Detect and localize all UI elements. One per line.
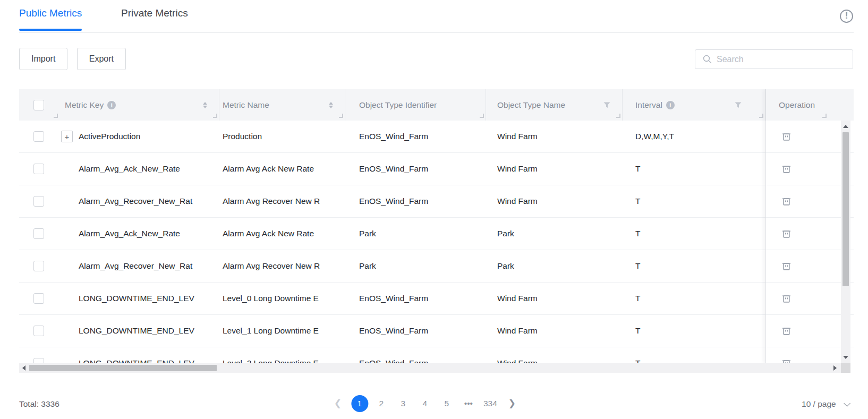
page-size-label: 10 / page [802,399,836,408]
scroll-up-arrow-icon[interactable] [843,125,848,128]
column-resize-handle[interactable] [480,114,484,118]
page-button[interactable]: 5 [438,395,455,412]
interval-value: T [635,261,640,271]
object-type-identifier: EnOS_Wind_Farm [359,326,428,336]
operation-column: Operation [765,89,841,363]
interval-value: T [635,229,640,238]
interval-value: T [635,196,640,206]
export-button[interactable]: Export [77,48,126,70]
object-type-name: Park [497,229,514,238]
delete-icon[interactable] [781,229,792,239]
filter-icon[interactable] [603,102,610,108]
page-button[interactable]: 334 [482,395,499,412]
column-resize-handle[interactable] [822,114,827,118]
delete-icon[interactable] [781,326,792,336]
header-cell-operation: Operation [766,89,841,121]
table-row: LONG_DOWNTIME_END_LEV Level_0 Long Downt… [19,283,854,315]
metric-name: Alarm Avg Ack New Rate [223,164,314,174]
operation-cell [766,315,841,347]
row-checkbox[interactable] [33,261,44,271]
page-button[interactable]: 2 [373,395,390,412]
header-cell-metric-key[interactable]: Metric Key i [59,89,219,121]
column-resize-handle[interactable] [759,114,763,118]
pagination: ❮ 1 2 3 4 5 ••• 334 ❯ [329,395,521,412]
horizontal-scrollbar-thumb[interactable] [29,365,217,371]
tab-private-metrics[interactable]: Private Metrics [121,7,188,19]
header-cell-metric-name[interactable]: Metric Name [219,89,345,121]
table-row: Alarm_Avg_Ack_New_Rate Alarm Avg Ack New… [19,218,854,250]
scroll-down-arrow-icon[interactable] [843,356,848,359]
header-cell-interval[interactable]: Interval i [623,89,765,121]
pagination-ellipsis[interactable]: ••• [460,395,477,412]
exclamation-circle-icon[interactable]: ! [840,10,853,23]
interval-value: T [635,294,640,303]
row-checkbox[interactable] [33,326,44,336]
search-input[interactable] [717,55,853,64]
object-type-name: Wind Farm [497,294,538,303]
metric-name: Level_1 Long Downtime E [223,326,319,336]
delete-icon[interactable] [781,132,792,142]
sort-icon[interactable] [203,102,207,108]
metric-name-header-label: Metric Name [223,100,269,110]
vertical-scrollbar-thumb[interactable] [843,132,849,286]
table-row: Alarm_Avg_Recover_New_Rat Alarm Avg Reco… [19,185,854,218]
import-button[interactable]: Import [19,48,67,70]
row-checkbox[interactable] [33,293,44,304]
row-checkbox[interactable] [33,228,44,239]
operation-cell [766,121,841,153]
row-checkbox[interactable] [33,196,44,207]
sort-icon[interactable] [329,102,333,108]
tabs-divider [19,32,854,33]
search-box[interactable] [695,49,853,69]
delete-icon[interactable] [781,261,792,271]
metric-name: Production [223,132,262,141]
vertical-scrollbar[interactable] [841,121,850,363]
operation-cells [766,121,841,373]
object-type-identifier: EnOS_Wind_Farm [359,196,428,206]
scroll-right-arrow-icon[interactable] [833,365,837,371]
next-page-icon[interactable]: ❯ [504,395,521,412]
delete-icon[interactable] [781,294,792,304]
operation-cell [766,250,841,283]
column-resize-handle[interactable] [54,114,58,118]
header-cell-object-type-name[interactable]: Object Type Name [486,89,623,121]
delete-icon[interactable] [781,164,792,174]
filter-icon[interactable] [735,102,742,108]
expand-row-icon[interactable]: + [61,131,73,142]
metric-name: Alarm Avg Ack New Rate [223,229,314,238]
operation-cell [766,153,841,185]
operation-header-label: Operation [779,100,815,110]
scrollbar-corner [841,363,850,373]
info-icon[interactable]: i [666,101,675,109]
delete-icon[interactable] [781,196,792,207]
column-resize-handle[interactable] [213,114,217,118]
operation-cell [766,185,841,218]
object-type-identifier: Park [359,261,376,271]
scroll-left-arrow-icon[interactable] [22,365,25,371]
object-type-identifier: EnOS_Wind_Farm [359,294,428,303]
search-icon [703,55,712,64]
table-body: + ActiveProduction Production EnOS_Wind_… [19,121,854,373]
horizontal-scrollbar[interactable] [19,363,841,373]
row-checkbox[interactable] [33,164,44,174]
row-checkbox[interactable] [33,131,44,142]
tab-public-metrics[interactable]: Public Metrics [19,7,82,19]
object-type-identifier-header-label: Object Type Identifier [359,100,437,110]
metric-name: Alarm Avg Recover New R [223,261,320,271]
page-button[interactable]: 3 [395,395,412,412]
column-resize-handle[interactable] [616,114,620,118]
info-icon[interactable]: i [107,101,116,109]
table-row: Alarm_Avg_Ack_New_Rate Alarm Avg Ack New… [19,153,854,185]
object-type-name: Wind Farm [497,196,538,206]
page-button[interactable]: 4 [416,395,433,412]
object-type-identifier: EnOS_Wind_Farm [359,164,428,174]
select-all-checkbox[interactable] [33,100,44,110]
metric-key: Alarm_Avg_Recover_New_Rat [79,261,192,271]
column-resize-handle[interactable] [339,114,343,118]
previous-page-icon[interactable]: ❮ [329,395,346,412]
interval-value: D,W,M,Y,T [635,132,674,141]
page-button[interactable]: 1 [351,395,368,412]
object-type-name: Wind Farm [497,164,538,174]
metric-name: Alarm Avg Recover New R [223,196,320,206]
page-size-select[interactable]: 10 / page [802,399,848,409]
